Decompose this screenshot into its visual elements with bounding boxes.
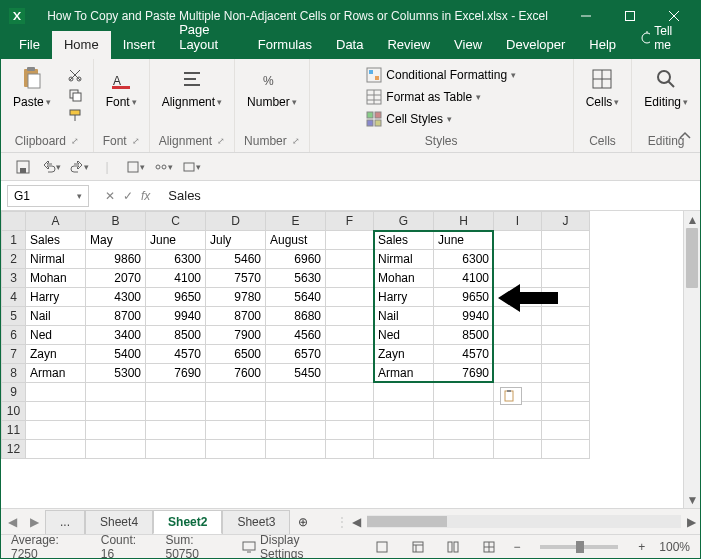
cell[interactable] — [26, 440, 86, 459]
cell[interactable]: 3400 — [86, 326, 146, 345]
cell[interactable] — [326, 421, 374, 440]
page-break-view-icon[interactable] — [478, 538, 499, 556]
cell[interactable] — [542, 383, 590, 402]
cell[interactable] — [542, 250, 590, 269]
cell[interactable] — [434, 383, 494, 402]
cell[interactable]: 9650 — [434, 288, 494, 307]
cell[interactable]: 2070 — [86, 269, 146, 288]
cell[interactable] — [326, 364, 374, 383]
row-header-2[interactable]: 2 — [2, 250, 26, 269]
cell[interactable] — [542, 345, 590, 364]
cut-icon[interactable] — [65, 67, 85, 83]
normal-view-icon[interactable] — [407, 538, 428, 556]
tab-review[interactable]: Review — [375, 31, 442, 59]
cell[interactable]: 5450 — [266, 364, 326, 383]
cell[interactable]: 7900 — [206, 326, 266, 345]
cell[interactable]: May — [86, 231, 146, 250]
font-launcher[interactable]: ⤢ — [132, 136, 140, 146]
col-header-C[interactable]: C — [146, 212, 206, 231]
row-header-7[interactable]: 7 — [2, 345, 26, 364]
undo-icon[interactable]: ▾ — [39, 156, 63, 178]
cell[interactable] — [86, 421, 146, 440]
cell[interactable]: Nirmal — [26, 250, 86, 269]
tab-home[interactable]: Home — [52, 31, 111, 59]
cancel-formula-icon[interactable]: ✕ — [105, 189, 115, 203]
cell[interactable]: Arman — [374, 364, 434, 383]
cell[interactable]: 9940 — [434, 307, 494, 326]
cell[interactable] — [86, 383, 146, 402]
page-layout-view-icon[interactable] — [443, 538, 464, 556]
row-header-1[interactable]: 1 — [2, 231, 26, 250]
row-header-3[interactable]: 3 — [2, 269, 26, 288]
cell[interactable]: 6960 — [266, 250, 326, 269]
cell[interactable] — [326, 288, 374, 307]
number-button[interactable]: % Number▾ — [243, 63, 301, 111]
cell[interactable]: 8500 — [146, 326, 206, 345]
cell[interactable] — [374, 440, 434, 459]
scroll-right-icon[interactable]: ▶ — [683, 513, 700, 530]
minimize-button[interactable] — [564, 1, 608, 31]
cell[interactable]: Zayn — [26, 345, 86, 364]
col-header-A[interactable]: A — [26, 212, 86, 231]
collapse-ribbon-icon[interactable] — [678, 129, 692, 146]
conditional-formatting-button[interactable]: Conditional Formatting▾ — [362, 65, 520, 85]
cell[interactable] — [86, 402, 146, 421]
cell[interactable] — [26, 402, 86, 421]
cell[interactable] — [86, 440, 146, 459]
cell[interactable] — [326, 440, 374, 459]
editing-button[interactable]: Editing▾ — [640, 63, 692, 111]
cell[interactable]: 6300 — [434, 250, 494, 269]
tab-formulas[interactable]: Formulas — [246, 31, 324, 59]
scroll-up-icon[interactable]: ▲ — [684, 211, 700, 228]
cell[interactable] — [494, 345, 542, 364]
fx-icon[interactable]: fx — [141, 189, 150, 203]
save-icon[interactable] — [11, 156, 35, 178]
cell[interactable] — [326, 326, 374, 345]
format-as-table-button[interactable]: Format as Table▾ — [362, 87, 520, 107]
cell[interactable] — [542, 402, 590, 421]
spreadsheet-grid[interactable]: ABCDEFGHIJ1SalesMayJuneJulyAugustSalesJu… — [1, 211, 683, 508]
cell[interactable] — [374, 421, 434, 440]
sheet-tab-sheet2[interactable]: Sheet2 — [153, 510, 222, 534]
cell[interactable] — [206, 440, 266, 459]
customize-qat-icon[interactable]: ▾ — [123, 156, 147, 178]
cell[interactable] — [374, 383, 434, 402]
cell[interactable]: June — [146, 231, 206, 250]
cell[interactable] — [494, 440, 542, 459]
cell[interactable]: 4100 — [434, 269, 494, 288]
col-header-D[interactable]: D — [206, 212, 266, 231]
cell[interactable]: 8700 — [206, 307, 266, 326]
cell[interactable] — [434, 421, 494, 440]
cell[interactable] — [326, 250, 374, 269]
cell[interactable] — [206, 421, 266, 440]
cell[interactable]: 6300 — [146, 250, 206, 269]
tab-nav-prev[interactable]: ◀ — [1, 515, 23, 529]
font-button[interactable]: A Font▾ — [102, 63, 141, 111]
name-box[interactable]: G1▾ — [7, 185, 89, 207]
sheet-tab-sheet4[interactable]: Sheet4 — [85, 510, 153, 534]
cell[interactable]: 6570 — [266, 345, 326, 364]
cell[interactable]: 8680 — [266, 307, 326, 326]
col-header-J[interactable]: J — [542, 212, 590, 231]
zoom-level[interactable]: 100% — [659, 540, 690, 554]
formula-input[interactable]: Sales — [160, 188, 700, 203]
cell[interactable] — [266, 421, 326, 440]
select-all-cell[interactable] — [2, 212, 26, 231]
cell[interactable]: 9860 — [86, 250, 146, 269]
format-painter-icon[interactable] — [65, 107, 85, 123]
row-header-10[interactable]: 10 — [2, 402, 26, 421]
tab-insert[interactable]: Insert — [111, 31, 168, 59]
cell[interactable] — [146, 383, 206, 402]
paste-options-button[interactable] — [500, 387, 522, 405]
cell[interactable]: Nail — [374, 307, 434, 326]
cell[interactable] — [326, 345, 374, 364]
cell[interactable] — [542, 326, 590, 345]
accept-formula-icon[interactable]: ✓ — [123, 189, 133, 203]
cell[interactable] — [494, 364, 542, 383]
cell[interactable]: 5640 — [266, 288, 326, 307]
cell[interactable] — [494, 250, 542, 269]
cell[interactable]: Harry — [26, 288, 86, 307]
cell[interactable]: 7570 — [206, 269, 266, 288]
cell[interactable]: 9650 — [146, 288, 206, 307]
cell[interactable]: 4100 — [146, 269, 206, 288]
